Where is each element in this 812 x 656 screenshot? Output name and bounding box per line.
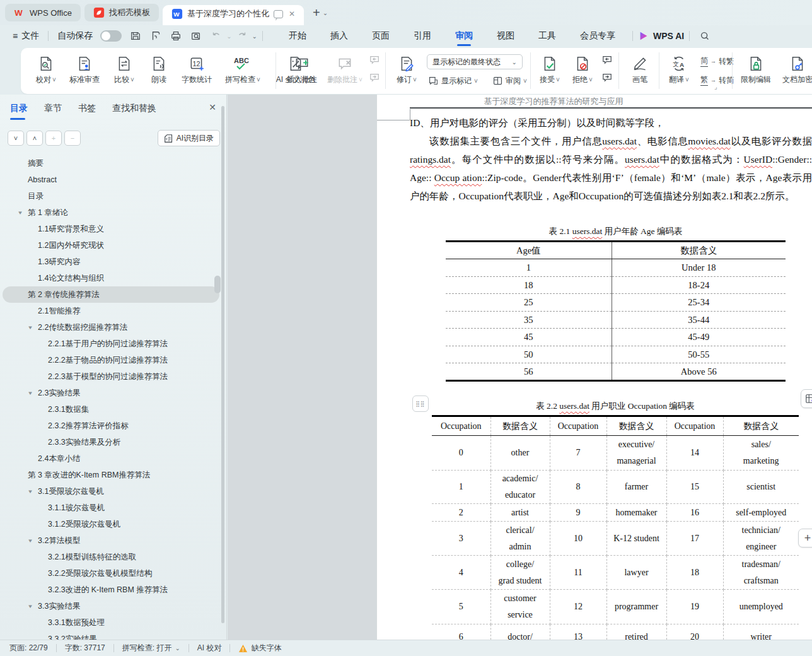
expand-triangle-icon[interactable]: ▼: [27, 489, 33, 495]
pen-button[interactable]: 画笔: [625, 53, 655, 85]
tab-list-chevron-icon[interactable]: ⌄: [323, 9, 328, 16]
translate-button[interactable]: 文A 翻译˅: [664, 53, 694, 85]
toc-item[interactable]: ▼3.3实验结果: [3, 598, 219, 614]
close-sidebar-icon[interactable]: ✕: [209, 102, 216, 112]
toc-item[interactable]: ▼2.3实验结果: [3, 385, 219, 401]
review-pane-button[interactable]: 审阅˅: [492, 76, 527, 86]
simplified-to-traditional-button[interactable]: 简→ 转繁: [700, 56, 734, 67]
menu-tab-页面[interactable]: 页面: [360, 25, 402, 47]
toc-item[interactable]: 1.2国内外研究现状: [3, 237, 219, 254]
standard-review-button[interactable]: 标准审查: [65, 53, 104, 85]
markup-state-dropdown[interactable]: 显示标记的最终状态 ⌄: [427, 54, 523, 69]
menu-tab-引用[interactable]: 引用: [402, 25, 443, 47]
toc-item[interactable]: ▼3.1受限玻尔兹曼机: [3, 483, 219, 500]
delete-comment-button[interactable]: 删除批注˅: [325, 53, 365, 85]
toc-item[interactable]: ▼3.2算法模型: [3, 532, 219, 549]
insert-comment-button[interactable]: 插入批注: [283, 53, 321, 85]
spell-check-button[interactable]: ABC 拼写检查˅: [220, 53, 265, 85]
show-markup-button[interactable]: 显示标记˅: [428, 76, 478, 86]
page-indicator[interactable]: 页面: 22/79: [9, 643, 48, 653]
menu-tab-会员专享[interactable]: 会员专享: [568, 25, 627, 47]
menu-tab-工具[interactable]: 工具: [526, 25, 568, 47]
print-preview-icon[interactable]: [190, 30, 202, 42]
toc-item[interactable]: 3.2.2受限玻尔兹曼机模型结构: [3, 565, 219, 582]
toc-item[interactable]: 3.1.2受限玻尔兹曼机: [3, 516, 219, 532]
undo-icon[interactable]: [211, 30, 222, 42]
close-tab-icon[interactable]: ✕: [289, 9, 295, 18]
expand-all-button[interactable]: ˄: [26, 131, 43, 146]
menu-tab-审阅[interactable]: 审阅: [443, 25, 485, 47]
age-code-table[interactable]: Age值数据含义1Under 181818-242525-343535-4445…: [446, 240, 786, 382]
expand-triangle-icon[interactable]: ▼: [27, 538, 33, 544]
toc-item[interactable]: 3.3.2实验结果: [3, 631, 219, 640]
comment-bubble-icon[interactable]: [274, 10, 283, 18]
toc-item[interactable]: Abstract: [3, 172, 219, 188]
toc-item[interactable]: 1.4论文结构与组织: [3, 270, 219, 286]
tab-docer-templates[interactable]: 找稻壳模板: [84, 4, 159, 21]
autosave-toggle[interactable]: [100, 30, 122, 42]
expand-triangle-icon[interactable]: ▼: [27, 604, 33, 609]
tab-document[interactable]: W 基于深度学习的个性化推荐算 ✕: [163, 5, 304, 25]
toc-item[interactable]: 2.2.2基于物品的协同过滤推荐算法: [3, 352, 219, 368]
toc-item[interactable]: 2.2.1基于用户的协同过滤推荐算法: [3, 336, 219, 352]
missing-font-warning[interactable]: 缺失字体: [238, 643, 281, 653]
toc-item[interactable]: 第 3 章改进的K-Item RBM推荐算法: [3, 467, 219, 483]
word-count-button[interactable]: 12 字数统计: [177, 53, 216, 85]
body-text[interactable]: ID、用户对电影的评分（采用五分制）以及时间戳等字段， 该数据集主要包含三个文件…: [410, 114, 812, 205]
menu-tab-插入[interactable]: 插入: [318, 25, 360, 47]
clipped-ribbon-button[interactable]: 文: [806, 53, 812, 85]
table-drag-handle[interactable]: ⣿⣿: [412, 395, 429, 412]
history-chevron-icon[interactable]: ⌄: [252, 33, 257, 40]
next-comment-button[interactable]: [368, 72, 381, 83]
tab-wps-office[interactable]: W WPS Office: [5, 4, 81, 21]
toc-item[interactable]: 2.4本章小结: [3, 450, 219, 467]
reject-button[interactable]: 拒绝˅: [568, 53, 597, 85]
document-page[interactable]: 基于深度学习的推荐算法的研究与应用 ID、用户对电影的评分（采用五分制）以及时间…: [377, 95, 812, 640]
ai-proof-indicator[interactable]: AI 校对: [197, 643, 222, 653]
restrict-edit-button[interactable]: 限制编辑: [737, 53, 775, 85]
save-icon[interactable]: [130, 30, 141, 42]
ai-recognize-toc-button[interactable]: AI识别目录: [158, 130, 220, 146]
toc-item[interactable]: 2.3.2推荐算法评价指标: [3, 418, 219, 434]
ribbon-corner-arrow-icon[interactable]: ⌟: [714, 83, 717, 90]
print-icon[interactable]: [170, 30, 182, 42]
next-change-button[interactable]: [601, 72, 613, 83]
sidebar-tab-书签[interactable]: 书签: [78, 95, 96, 122]
toc-item[interactable]: 目录: [3, 188, 219, 204]
toc-item[interactable]: 1.1研究背景和意义: [3, 221, 219, 237]
sidebar-tab-章节[interactable]: 章节: [44, 95, 62, 122]
previous-change-button[interactable]: [601, 54, 613, 66]
toc-item[interactable]: 2.3.3实验结果及分析: [3, 434, 219, 450]
compare-button[interactable]: 比较˅: [108, 53, 141, 85]
toc-item[interactable]: 摘要: [3, 155, 219, 172]
proofread-button[interactable]: 校对˅: [30, 53, 62, 85]
expand-triangle-icon[interactable]: ▼: [27, 390, 33, 396]
zoom-in-button[interactable]: +: [45, 131, 62, 146]
expand-triangle-icon[interactable]: ▼: [17, 210, 23, 216]
read-aloud-button[interactable]: 朗读: [144, 53, 173, 85]
sidebar-resize-handle[interactable]: [214, 276, 221, 293]
table-tools-float-button[interactable]: [801, 389, 812, 408]
search-icon[interactable]: [699, 30, 710, 42]
spellcheck-indicator[interactable]: 拼写检查: 打开 ⌄: [122, 643, 180, 653]
main-menu-button[interactable]: ≡ 文件: [9, 30, 43, 42]
track-changes-button[interactable]: 修订˅: [392, 53, 422, 85]
menu-tab-视图[interactable]: 视图: [485, 25, 526, 47]
previous-comment-button[interactable]: [368, 54, 381, 66]
toc-item[interactable]: 3.1.1玻尔兹曼机: [3, 500, 219, 516]
toc-item[interactable]: ▼第 1 章绪论: [3, 204, 219, 221]
redo-icon[interactable]: [236, 30, 248, 42]
collapse-all-button[interactable]: ˅: [8, 131, 24, 146]
export-pdf-icon[interactable]: [150, 30, 161, 42]
undo-chevron-icon[interactable]: ⌄: [226, 33, 231, 40]
toc-item[interactable]: 第 2 章传统推荐算法: [3, 286, 219, 303]
accept-button[interactable]: 接受˅: [535, 53, 564, 85]
wps-ai-button[interactable]: WPS AI: [638, 30, 684, 42]
sidebar-tab-目录[interactable]: 目录: [10, 95, 28, 122]
toc-item[interactable]: 2.2.3基于模型的协同过滤推荐算法: [3, 368, 219, 385]
toc-item[interactable]: ▼2.2传统数据挖掘推荐算法: [3, 319, 219, 336]
word-count-indicator[interactable]: 字数: 37717: [65, 643, 105, 653]
toc-item[interactable]: 3.2.1模型训练特征的选取: [3, 549, 219, 565]
new-tab-button[interactable]: +: [313, 6, 320, 20]
add-row-float-button[interactable]: +: [798, 529, 812, 548]
